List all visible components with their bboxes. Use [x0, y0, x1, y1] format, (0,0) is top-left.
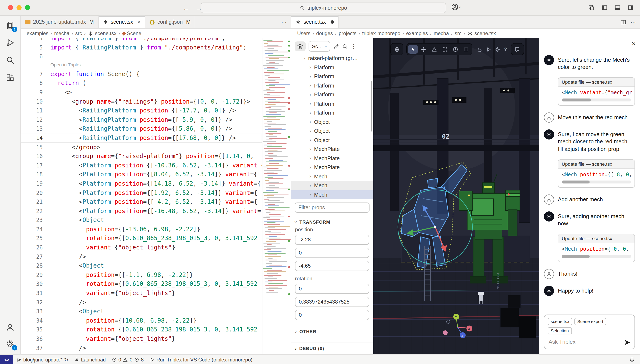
dirty-dot[interactable]: [331, 20, 334, 24]
tree-item-platform[interactable]: ›Platform: [291, 99, 373, 108]
position-x-input[interactable]: [295, 235, 369, 245]
tree-item-mechplate[interactable]: ›MechPlate: [291, 163, 373, 172]
edit-icon[interactable]: [333, 43, 339, 49]
code-lens[interactable]: Open in Triplex: [21, 61, 262, 70]
position-z-input[interactable]: [295, 261, 369, 271]
tree-item-platform[interactable]: ›Platform: [291, 72, 373, 81]
close-window-button[interactable]: [8, 5, 13, 10]
tree-item-platform[interactable]: ›Platform: [291, 90, 373, 99]
tree-item-platform[interactable]: ›Platform: [291, 81, 373, 90]
tree-item-mechplate[interactable]: ›MechPlate: [291, 144, 373, 154]
settings-gear-icon[interactable]: [495, 46, 501, 52]
globe-icon[interactable]: [392, 45, 402, 54]
tree-item-object[interactable]: ›Object: [291, 126, 373, 136]
more-actions-icon[interactable]: ⋯: [281, 19, 287, 25]
breadcrumb-item[interactable]: douges: [316, 30, 333, 36]
context-chip[interactable]: Scene export: [574, 318, 606, 325]
toggle-panel-icon[interactable]: [614, 4, 621, 11]
code-editor[interactable]: 4import { Platform } from "./components/…: [21, 38, 291, 354]
tree-item-mech[interactable]: ›Mech: [291, 172, 373, 181]
breadcrumb-item[interactable]: examples: [406, 30, 428, 36]
zoom-window-button[interactable]: [25, 5, 30, 10]
toggle-sidebar-icon[interactable]: [601, 4, 608, 11]
tree-item-platform[interactable]: ›Platform: [291, 108, 373, 117]
card-scrollbar[interactable]: [562, 99, 631, 102]
context-chip[interactable]: scene.tsx: [548, 318, 572, 325]
help-icon[interactable]: ?: [504, 46, 507, 52]
close-icon[interactable]: ×: [631, 40, 636, 48]
rotation-z-input[interactable]: [295, 310, 369, 320]
breadcrumb-item[interactable]: Users: [297, 30, 310, 36]
explorer-icon[interactable]: 1: [6, 21, 15, 30]
git-branch-item[interactable]: blog/june-update* ↻: [13, 355, 71, 364]
breadcrumb-item[interactable]: Scene: [122, 30, 141, 36]
back-icon[interactable]: ←: [183, 4, 189, 11]
tab-scene-tsx[interactable]: scene.tsx: [291, 16, 339, 28]
search-icon[interactable]: [342, 43, 348, 49]
settings-gear-icon[interactable]: 1: [6, 339, 15, 348]
run-task-item[interactable]: Run Triplex for VS Code (triplex-monorep…: [147, 355, 256, 364]
grid-view-icon[interactable]: [461, 45, 471, 54]
feedback-bubble-icon[interactable]: [512, 45, 522, 54]
filter-props-input[interactable]: [295, 202, 369, 213]
minimap[interactable]: [262, 38, 291, 354]
context-chip[interactable]: Selection: [548, 327, 572, 334]
other-section-header[interactable]: › OTHER: [295, 328, 369, 334]
scene-select[interactable]: Sc… ›: [309, 41, 330, 52]
more-actions-icon[interactable]: ⋯: [630, 19, 636, 25]
search-sidebar-icon[interactable]: [6, 56, 15, 65]
position-y-input[interactable]: [295, 248, 369, 258]
breadcrumb-item[interactable]: triplex-monorepo: [362, 30, 400, 36]
kebab-menu-icon[interactable]: ⋮: [351, 43, 356, 50]
tree-item-object[interactable]: ›Object: [291, 136, 373, 144]
tab-2025-june-update-mdx[interactable]: 2025-june-update.mdxM: [21, 16, 98, 28]
card-scrollbar[interactable]: [562, 180, 631, 184]
tree-item-mechplate[interactable]: ›MechPlate: [291, 154, 373, 163]
account-icon[interactable]: [6, 322, 15, 332]
tree-item-object[interactable]: ›Object: [291, 117, 373, 126]
tab-scene-tsx[interactable]: scene.tsx×: [98, 16, 145, 28]
breadcrumb-item[interactable]: mecha: [54, 30, 69, 36]
command-center-search[interactable]: triplex-monorepo: [201, 2, 446, 13]
run-debug-icon[interactable]: [6, 38, 15, 47]
ask-triplex-input[interactable]: [548, 338, 619, 346]
tree-scrollbar[interactable]: [371, 81, 372, 132]
remote-indicator[interactable]: ><: [0, 355, 13, 364]
toggle-secondary-sidebar-icon[interactable]: [627, 4, 634, 11]
breadcrumb-item[interactable]: src: [75, 30, 82, 36]
tab-config-json[interactable]: {}config.jsonM: [145, 16, 195, 28]
breadcrumb-item[interactable]: examples: [27, 30, 49, 36]
play-icon[interactable]: [486, 46, 491, 52]
marquee-select-icon[interactable]: [440, 45, 450, 54]
history-icon[interactable]: [450, 45, 460, 54]
transform-section-header[interactable]: › TRANSFORM: [295, 219, 369, 225]
tree-item-mech[interactable]: ›Mech: [291, 190, 373, 199]
breadcrumb-item[interactable]: src: [455, 30, 461, 36]
tree-item-raised-platform-gr-[interactable]: ›raised-platform (gr…: [291, 54, 373, 63]
bell-icon[interactable]: [629, 357, 635, 363]
rotation-x-input[interactable]: [295, 284, 369, 294]
send-icon[interactable]: [624, 339, 631, 346]
tree-item-platform[interactable]: ›Platform: [291, 63, 373, 72]
rotate-tool-icon[interactable]: [429, 45, 439, 54]
3d-viewport[interactable]: 02: [373, 38, 539, 354]
split-editor-icon[interactable]: [620, 19, 626, 25]
select-tool-icon[interactable]: [408, 45, 418, 54]
extensions-icon[interactable]: [6, 73, 15, 82]
breadcrumb-item[interactable]: scene.tsx: [467, 30, 496, 36]
tree-item-mech[interactable]: ›Mech: [291, 181, 373, 190]
minimize-window-button[interactable]: [17, 5, 22, 10]
move-tool-icon[interactable]: [419, 45, 428, 54]
rotation-y-input[interactable]: [295, 297, 369, 307]
profile-menu[interactable]: ›: [451, 4, 461, 10]
breadcrumb-item[interactable]: scene.tsx: [88, 30, 116, 36]
breadcrumb-item[interactable]: mecha: [434, 30, 449, 36]
undo-icon[interactable]: [476, 46, 482, 52]
launchpad-item[interactable]: Launchpad: [71, 355, 109, 364]
debug-section-header[interactable]: › DEBUG (0): [291, 342, 373, 354]
breadcrumb-item[interactable]: projects: [339, 30, 356, 36]
layers-button[interactable]: [295, 42, 306, 51]
problems-item[interactable]: 0 0 8: [109, 355, 147, 364]
multi-window-icon[interactable]: [588, 4, 595, 11]
card-scrollbar[interactable]: [562, 255, 631, 258]
